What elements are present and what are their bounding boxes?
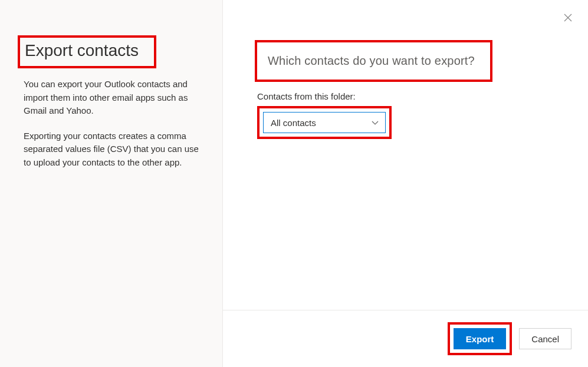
cancel-button[interactable]: Cancel (519, 328, 571, 349)
close-button[interactable] (562, 12, 574, 24)
export-question: Which contacts do you want to export? (268, 54, 475, 68)
folder-field-label: Contacts from this folder: (257, 91, 564, 101)
title-highlight: Export contacts (18, 35, 156, 68)
description-text-2: Exporting your contacts creates a comma … (24, 130, 199, 170)
form-content: Which contacts do you want to export? Co… (223, 0, 588, 310)
folder-select-value: All contacts (271, 118, 316, 128)
description-text-1: You can export your Outlook contacts and… (24, 78, 199, 118)
close-icon (564, 14, 572, 22)
select-highlight: All contacts (257, 106, 392, 139)
form-pane: Which contacts do you want to export? Co… (223, 0, 588, 367)
folder-select[interactable]: All contacts (263, 112, 386, 133)
dialog-title: Export contacts (25, 41, 139, 60)
question-highlight: Which contacts do you want to export? (255, 40, 492, 82)
export-button-highlight: Export (448, 322, 513, 355)
chevron-down-icon (371, 118, 379, 127)
export-button[interactable]: Export (454, 328, 507, 349)
dialog-footer: Export Cancel (223, 310, 588, 367)
info-pane: Export contacts You can export your Outl… (0, 0, 223, 367)
export-contacts-dialog: Export contacts You can export your Outl… (0, 0, 588, 367)
